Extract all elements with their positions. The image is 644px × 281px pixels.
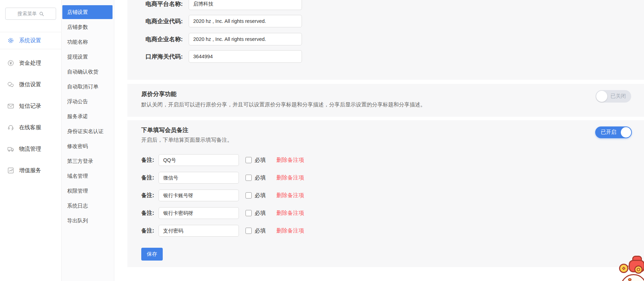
submenu-item-service-promise[interactable]: 服务承诺 — [62, 109, 113, 123]
delete-remark-link[interactable]: 删除备注项 — [276, 192, 304, 199]
form-row: 口岸海关代码: — [141, 50, 644, 63]
sidebar-item-label: 物流管理 — [19, 146, 41, 153]
delete-remark-link[interactable]: 删除备注项 — [276, 227, 304, 235]
required-checkbox[interactable] — [245, 192, 252, 199]
sidebar-item-system-settings[interactable]: 系统设置 — [0, 32, 61, 49]
delete-remark-link[interactable]: 删除备注项 — [276, 157, 304, 164]
price-share-toggle[interactable]: 已关闭 — [596, 90, 631, 103]
submenu-item-shop-settings[interactable]: 店铺设置 — [62, 5, 113, 19]
enterprise-code-input[interactable] — [189, 15, 302, 27]
toggle-knob — [621, 127, 631, 138]
search-placeholder: 搜索菜单 — [18, 11, 37, 17]
sidebar-item-funds[interactable]: 资金处理 — [0, 52, 61, 74]
search-icon — [39, 11, 44, 16]
sidebar-item-label: 短信记录 — [19, 103, 41, 110]
section-title: 下单填写会员备注 — [141, 127, 630, 134]
sidebar-item-wechat[interactable]: 微信设置 — [0, 74, 61, 95]
shop-info-card: 电商平台名称: 电商企业代码: 电商企业名称: 口岸海关代码: — [127, 0, 644, 80]
yuan-coin-icon — [7, 60, 14, 67]
remark-input[interactable] — [159, 207, 239, 219]
required-label: 必填 — [254, 174, 266, 182]
toggle-label: 已关闭 — [610, 93, 626, 99]
customs-code-input[interactable] — [189, 50, 302, 63]
remark-rows: 备注: 必填 删除备注项 备注: 必填 删除备注项 备注: 必填 删除备注项 — [141, 154, 630, 237]
enterprise-name-input[interactable] — [189, 33, 302, 45]
toggle-label: 已开启 — [601, 129, 616, 135]
remark-input[interactable] — [159, 154, 239, 166]
sidebar-item-service[interactable]: 在线客服 — [0, 117, 61, 138]
primary-sidebar: 搜索菜单 系统设置 资金处理 — [0, 0, 62, 281]
sidebar-item-sms[interactable]: 短信记录 — [0, 95, 61, 117]
remark-label: 备注: — [141, 192, 154, 199]
required-label: 必填 — [254, 192, 266, 199]
toggle-knob — [596, 91, 607, 102]
required-label: 必填 — [254, 227, 266, 235]
headset-icon — [7, 124, 14, 131]
price-share-card: 原价分享功能 默认关闭，开启后可以进行原价分享，并且可以设置原价分享标题和分享描… — [127, 84, 644, 117]
enterprise-code-label: 电商企业代码: — [141, 17, 183, 25]
wechat-icon — [7, 81, 14, 88]
required-checkbox[interactable] — [245, 175, 252, 181]
remark-row: 备注: 必填 删除备注项 — [141, 207, 630, 219]
submenu-item-auto-cancel-order[interactable]: 自动取消订单 — [62, 80, 113, 94]
platform-name-label: 电商平台名称: — [141, 0, 183, 8]
submenu-item-feature-names[interactable]: 功能名称 — [62, 35, 113, 49]
trend-chart-icon — [7, 167, 14, 174]
submenu-item-id-verification[interactable]: 身份证实名认证 — [62, 124, 113, 138]
enterprise-name-label: 电商企业名称: — [141, 35, 183, 43]
member-remark-toggle[interactable]: 已开启 — [595, 126, 632, 138]
mascot-face — [620, 274, 644, 281]
required-label: 必填 — [254, 210, 266, 217]
search-input[interactable]: 搜索菜单 — [5, 8, 56, 20]
remark-label: 备注: — [141, 227, 154, 235]
remark-label: 备注: — [141, 157, 154, 164]
remark-input[interactable] — [159, 225, 239, 237]
remark-label: 备注: — [141, 174, 154, 182]
sidebar-item-label: 增值服务 — [19, 167, 41, 174]
sidebar-item-label: 在线客服 — [19, 124, 41, 131]
delete-remark-link[interactable]: 删除备注项 — [276, 174, 304, 182]
submenu-item-system-log[interactable]: 系统日志 — [62, 199, 113, 213]
secondary-menu: 店铺设置 店铺参数 功能名称 提现设置 自动确认收货 自动取消订单 浮动公告 服… — [62, 0, 114, 281]
submenu-item-auto-confirm-receipt[interactable]: 自动确认收货 — [62, 65, 113, 79]
envelope-icon — [7, 103, 14, 109]
submenu-item-third-party-login[interactable]: 第三方登录 — [62, 154, 113, 168]
remark-input[interactable] — [159, 172, 239, 184]
required-label: 必填 — [254, 157, 266, 164]
submenu-item-export-queue[interactable]: 导出队列 — [62, 214, 113, 228]
truck-icon — [7, 146, 14, 152]
submenu-item-change-password[interactable]: 修改密码 — [62, 139, 113, 153]
required-checkbox[interactable] — [245, 157, 252, 163]
main-content: 电商平台名称: 电商企业代码: 电商企业名称: 口岸海关代码: 原价分享功能 默… — [127, 0, 644, 267]
required-checkbox[interactable] — [245, 210, 252, 216]
submenu-item-domain-management[interactable]: 域名管理 — [62, 169, 113, 183]
submenu-item-shop-params[interactable]: 店铺参数 — [62, 20, 113, 34]
form-row: 电商企业代码: — [141, 15, 644, 27]
platform-name-input[interactable] — [189, 0, 302, 10]
customs-code-label: 口岸海关代码: — [141, 53, 183, 61]
remark-row: 备注: 必填 删除备注项 — [141, 154, 630, 166]
sidebar-item-value-added[interactable]: 增值服务 — [0, 160, 61, 181]
search-section: 搜索菜单 — [0, 0, 61, 32]
delete-remark-link[interactable]: 删除备注项 — [276, 210, 304, 217]
remark-row: 备注: 必填 删除备注项 — [141, 225, 630, 237]
sidebar-item-label: 系统设置 — [19, 37, 41, 44]
remark-label: 备注: — [141, 210, 154, 217]
remark-input[interactable] — [159, 190, 239, 201]
sidebar-item-label: 微信设置 — [19, 81, 41, 88]
remark-row: 备注: 必填 删除备注项 — [141, 172, 630, 184]
save-button[interactable]: 保存 — [141, 248, 163, 261]
sidebar-item-label: 资金处理 — [19, 60, 41, 67]
mascot-beak — [628, 278, 632, 281]
sidebar-item-logistics[interactable]: 物流管理 — [0, 138, 61, 160]
remark-row: 备注: 必填 删除备注项 — [141, 190, 630, 201]
form-row: 电商企业名称: — [141, 33, 644, 45]
section-description: 默认关闭，开启后可以进行原价分享，并且可以设置原价分享标题和分享描述，分享后显示… — [141, 101, 630, 108]
gear-icon — [7, 37, 14, 44]
required-checkbox[interactable] — [245, 228, 252, 234]
submenu-item-withdraw-settings[interactable]: 提现设置 — [62, 50, 113, 64]
section-description: 开启后，下单结算页面显示填写备注。 — [141, 137, 630, 143]
member-remark-card: 下单填写会员备注 开启后，下单结算页面显示填写备注。 已开启 备注: 必填 删除… — [127, 120, 644, 267]
submenu-item-permission-management[interactable]: 权限管理 — [62, 184, 113, 198]
submenu-item-floating-notice[interactable]: 浮动公告 — [62, 95, 113, 108]
